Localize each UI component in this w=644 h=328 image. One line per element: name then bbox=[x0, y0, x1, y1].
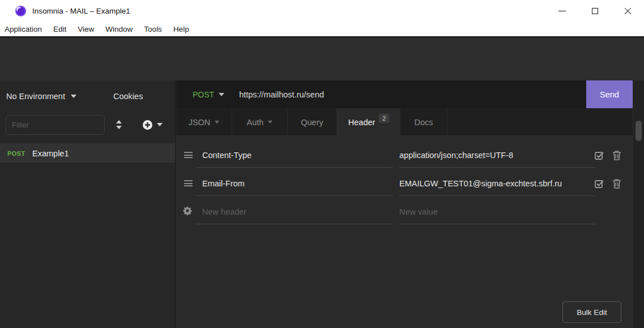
sort-button[interactable] bbox=[115, 120, 123, 129]
tab-label: Header bbox=[348, 118, 376, 127]
delete-header-button[interactable] bbox=[612, 178, 621, 191]
drag-handle-icon[interactable] bbox=[184, 180, 193, 188]
tab-label: Docs bbox=[414, 118, 433, 127]
tab-auth[interactable]: Auth bbox=[232, 108, 288, 136]
menu-window[interactable]: Window bbox=[100, 25, 138, 33]
bulk-edit-button[interactable]: Bulk Edit bbox=[562, 301, 621, 323]
chevron-down-icon bbox=[219, 93, 224, 96]
url-input[interactable]: https://mailhost.ru/send bbox=[239, 90, 324, 99]
add-request-button[interactable] bbox=[142, 120, 163, 130]
tab-docs[interactable]: Docs bbox=[400, 108, 447, 136]
delete-header-button[interactable] bbox=[612, 150, 621, 163]
close-button[interactable] bbox=[611, 0, 644, 22]
scrollbar-track[interactable] bbox=[633, 80, 644, 328]
header-name-input[interactable]: Email-From bbox=[195, 173, 393, 196]
tab-body-json[interactable]: JSON bbox=[176, 108, 232, 136]
maximize-button[interactable] bbox=[578, 0, 611, 22]
window-controls bbox=[545, 0, 644, 22]
tab-query[interactable]: Query bbox=[288, 108, 337, 136]
insomnia-logo-icon bbox=[15, 6, 26, 16]
checkbox-checked-icon bbox=[594, 178, 604, 189]
request-method-badge: POST bbox=[7, 150, 28, 157]
close-icon bbox=[624, 7, 632, 15]
environment-row: No Environment Cookies bbox=[0, 86, 175, 107]
scrollbar-thumb[interactable] bbox=[636, 121, 642, 141]
sidebar-request-example1[interactable]: POST Example1 bbox=[0, 143, 175, 164]
header-enabled-checkbox[interactable] bbox=[594, 178, 604, 191]
new-header-name-input[interactable]: New header bbox=[195, 201, 393, 224]
trash-icon bbox=[612, 178, 621, 189]
chevron-down-icon bbox=[157, 123, 163, 126]
window-titlebar: Insomnia - MAIL – Example1 bbox=[0, 0, 644, 22]
method-label: POST bbox=[193, 90, 214, 99]
header-value-input[interactable]: EMAILGW_TEST01@sigma-exchtest.sbrf.ru bbox=[399, 173, 595, 196]
request-tabs: JSON Auth Query Header 2 Docs bbox=[176, 108, 633, 136]
send-button[interactable]: Send bbox=[586, 80, 633, 108]
tab-label: Query bbox=[301, 118, 323, 127]
header-count-badge: 2 bbox=[379, 114, 389, 123]
minimize-button[interactable] bbox=[545, 0, 578, 22]
request-name: Example1 bbox=[32, 149, 69, 158]
new-header-row: New header New value bbox=[176, 201, 633, 229]
header-row-content-type: Content-Type application/json;charset=UT… bbox=[176, 144, 633, 173]
window-title: Insomnia - MAIL – Example1 bbox=[32, 7, 130, 15]
sidebar: No Environment Cookies POST Example1 bbox=[0, 80, 176, 328]
tab-label: Auth bbox=[247, 118, 264, 127]
menubar: Application Edit View Window Tools Help bbox=[0, 22, 644, 36]
trash-icon bbox=[612, 150, 621, 160]
sort-icon bbox=[115, 120, 123, 129]
minimize-icon bbox=[558, 11, 566, 11]
chevron-down-icon bbox=[215, 121, 219, 123]
menu-edit[interactable]: Edit bbox=[48, 25, 72, 33]
gear-icon[interactable] bbox=[183, 206, 192, 218]
tab-header[interactable]: Header 2 bbox=[337, 108, 400, 137]
method-selector[interactable]: POST bbox=[193, 90, 224, 99]
chevron-down-icon bbox=[268, 121, 272, 123]
header-enabled-checkbox[interactable] bbox=[594, 150, 604, 163]
environment-selector[interactable]: No Environment bbox=[6, 92, 65, 101]
menu-application[interactable]: Application bbox=[5, 25, 48, 33]
checkbox-checked-icon bbox=[594, 150, 604, 160]
headers-panel: Content-Type application/json;charset=UT… bbox=[176, 136, 633, 328]
header-row-email-from: Email-From EMAILGW_TEST01@sigma-exchtest… bbox=[176, 173, 633, 201]
url-bar: POST https://mailhost.ru/send Send bbox=[176, 80, 633, 108]
menu-view[interactable]: View bbox=[72, 25, 100, 33]
new-header-value-input[interactable]: New value bbox=[399, 201, 595, 224]
menu-tools[interactable]: Tools bbox=[138, 25, 168, 33]
menu-help[interactable]: Help bbox=[168, 25, 195, 33]
chevron-down-icon[interactable] bbox=[71, 95, 76, 98]
maximize-icon bbox=[592, 8, 598, 14]
header-name-input[interactable]: Content-Type bbox=[195, 144, 393, 168]
header-value-input[interactable]: application/json;charset=UTF-8 bbox=[399, 144, 595, 168]
tab-label: JSON bbox=[189, 118, 211, 127]
filter-input[interactable] bbox=[6, 115, 105, 135]
cookies-button[interactable]: Cookies bbox=[113, 92, 143, 101]
filter-row bbox=[0, 113, 175, 136]
gear-icon bbox=[183, 206, 192, 215]
drag-handle-icon[interactable] bbox=[184, 152, 193, 160]
app-header: Dashboard / MAIL bbox=[0, 36, 644, 80]
plus-circle-icon bbox=[142, 120, 153, 130]
